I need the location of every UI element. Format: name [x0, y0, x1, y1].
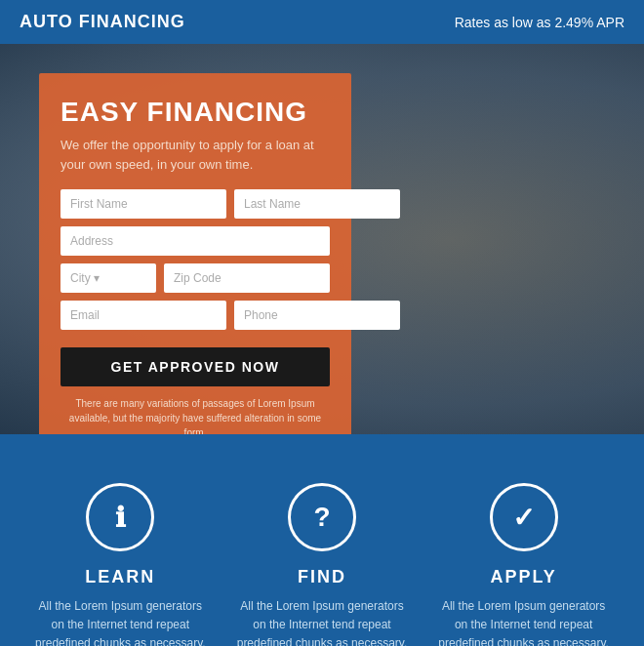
- last-name-input[interactable]: [234, 189, 400, 219]
- learn-desc: All the Lorem Ipsum generators on the In…: [32, 597, 208, 646]
- first-name-input[interactable]: [60, 189, 226, 219]
- site-title: AUTO FINANCING: [20, 12, 185, 32]
- name-row: [60, 189, 330, 219]
- learn-title: LEARN: [32, 567, 208, 587]
- apply-icon: ✓: [490, 483, 558, 551]
- apply-title: APPLY: [436, 567, 612, 587]
- city-zip-row: City ▾: [60, 263, 330, 293]
- address-row: [60, 226, 330, 256]
- feature-learn: ℹ LEARN All the Lorem Ipsum generators o…: [32, 483, 208, 646]
- zip-input[interactable]: [164, 263, 330, 293]
- rates-text: Rates as low as 2.49% APR: [455, 15, 624, 30]
- email-input[interactable]: [60, 301, 226, 330]
- approve-button[interactable]: GET APPROVED NOW: [60, 347, 330, 386]
- page-header: AUTO FINANCING Rates as low as 2.49% APR: [0, 0, 644, 44]
- feature-find: ? FIND All the Lorem Ipsum generators on…: [234, 483, 410, 646]
- form-disclaimer: There are many variations of passages of…: [60, 396, 330, 434]
- hero-section: EASY FINANCING We offer the opportunity …: [0, 44, 644, 434]
- find-desc: All the Lorem Ipsum generators on the In…: [234, 597, 410, 646]
- address-input[interactable]: [60, 226, 330, 256]
- find-title: FIND: [234, 567, 410, 587]
- apply-desc: All the Lorem Ipsum generators on the In…: [436, 597, 612, 646]
- city-select[interactable]: City ▾: [60, 263, 156, 293]
- form-subtitle: We offer the opportunity to apply for a …: [60, 136, 330, 174]
- form-headline: EASY FINANCING: [60, 97, 330, 128]
- features-section: ℹ LEARN All the Lorem Ipsum generators o…: [0, 434, 644, 646]
- find-icon: ?: [288, 483, 356, 551]
- phone-input[interactable]: [234, 301, 400, 330]
- learn-icon: ℹ: [86, 483, 154, 551]
- feature-apply: ✓ APPLY All the Lorem Ipsum generators o…: [436, 483, 612, 646]
- financing-form-card: EASY FINANCING We offer the opportunity …: [39, 73, 351, 434]
- features-list: ℹ LEARN All the Lorem Ipsum generators o…: [20, 483, 624, 646]
- email-phone-row: [60, 301, 330, 330]
